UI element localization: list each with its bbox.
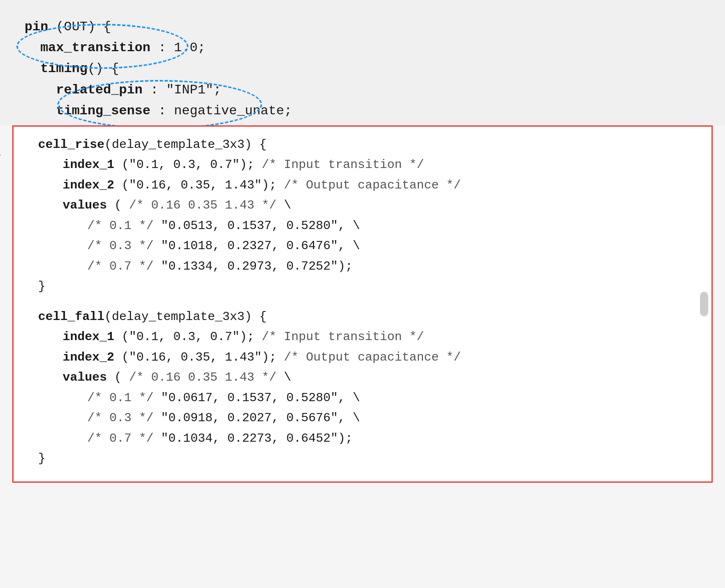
- cell-fall-values-header-text: ( /* 0.16 0.35 1.43 */ \: [107, 370, 291, 384]
- keyword-max-transition: max_transition: [40, 40, 150, 55]
- cell-rise-header-text: (delay_template_3x3) {: [104, 138, 267, 152]
- cell-fall-index1-line: index_1 ("0.1, 0.3, 0.7"); /* Input tran…: [63, 327, 699, 347]
- keyword-cell-fall: cell_fall: [38, 310, 104, 324]
- cell-fall-index1-text: ("0.1, 0.3, 0.7"); /* Input transition *…: [114, 330, 424, 344]
- cell-fall-row3-comment: /* 0.7 */: [87, 431, 154, 445]
- keyword-cell-rise: cell_rise: [38, 138, 104, 152]
- cell-rise-row3: /* 0.7 */ "0.1334, 0.2973, 0.7252");: [87, 257, 699, 277]
- cell-fall-row1-text: "0.0617, 0.1537, 0.5280", \: [154, 391, 360, 405]
- cell-rise-values-header: values ( /* 0.16 0.35 1.43 */ \: [63, 195, 699, 216]
- keyword-pin: pin: [25, 19, 48, 34]
- cell-rise-row1: /* 0.1 */ "0.0513, 0.1537, 0.5280", \: [87, 216, 699, 236]
- keyword-index1-fall: index_1: [63, 330, 114, 344]
- cell-fall-row2: /* 0.3 */ "0.0918, 0.2027, 0.5676", \: [87, 408, 699, 429]
- cell-fall-close: }: [38, 449, 699, 469]
- cell-fall-row2-text: "0.0918, 0.2027, 0.5676", \: [154, 411, 360, 425]
- keyword-values-fall: values: [63, 370, 107, 384]
- keyword-timing-sense: timing_sense: [56, 103, 150, 118]
- cell-fall-row1: /* 0.1 */ "0.0617, 0.1537, 0.5280", \: [87, 388, 699, 409]
- cell-rise-index2-line: index_2 ("0.16, 0.35, 1.43"); /* Output …: [63, 175, 699, 196]
- top-code-block: pin (OUT) { max_transition : 1.0; timing…: [25, 16, 700, 125]
- side-label: re: [0, 147, 1, 164]
- inner-code-block: cell_rise(delay_template_3x3) { index_1 …: [38, 135, 699, 469]
- keyword-values-rise: values: [63, 198, 107, 212]
- cell-rise-close: }: [38, 277, 699, 297]
- keyword-index2-fall: index_2: [63, 350, 114, 364]
- cell-rise-row1-text: "0.0513, 0.1537, 0.5280", \: [154, 219, 360, 233]
- cell-fall-header-text: (delay_template_3x3) {: [104, 310, 267, 324]
- cell-rise-header: cell_rise(delay_template_3x3) {: [38, 135, 699, 155]
- top-code-line4: related_pin : "INP1";: [25, 79, 700, 100]
- cell-rise-row3-text: "0.1334, 0.2973, 0.7252");: [154, 259, 353, 273]
- cell-fall-row1-comment: /* 0.1 */: [87, 391, 154, 405]
- keyword-related-pin: related_pin: [56, 82, 143, 98]
- cell-rise-row1-comment: /* 0.1 */: [87, 219, 154, 233]
- top-section: pin (OUT) { max_transition : 1.0; timing…: [0, 0, 725, 125]
- keyword-index2-rise: index_2: [63, 178, 114, 192]
- top-code-line5: timing_sense : negative_unate;: [25, 100, 700, 121]
- top-code-line2: max_transition : 1.0;: [25, 37, 700, 58]
- cell-fall-row3-text: "0.1034, 0.2273, 0.6452");: [154, 431, 353, 445]
- cell-rise-values-header-text: ( /* 0.16 0.35 1.43 */ \: [107, 198, 291, 212]
- cell-rise-row2-comment: /* 0.3 */: [87, 239, 154, 253]
- cell-rise-row2: /* 0.3 */ "0.1018, 0.2327, 0.6476", \: [87, 236, 699, 257]
- top-code-line3: timing() {: [25, 58, 700, 79]
- cell-rise-row2-text: "0.1018, 0.2327, 0.6476", \: [154, 239, 360, 253]
- cell-fall-values-header: values ( /* 0.16 0.35 1.43 */ \: [63, 368, 699, 388]
- scrollbar[interactable]: [700, 292, 708, 316]
- cell-rise-index1-line: index_1 ("0.1, 0.3, 0.7"); /* Input tran…: [63, 155, 699, 175]
- keyword-timing: timing: [40, 61, 87, 76]
- cell-fall-header: cell_fall(delay_template_3x3) {: [38, 307, 699, 327]
- cell-rise-index2-text: ("0.16, 0.35, 1.43"); /* Output capacita…: [114, 178, 461, 192]
- red-box-section: re cell_rise(delay_template_3x3) { index…: [12, 125, 713, 483]
- cell-fall-index2-text: ("0.16, 0.35, 1.43"); /* Output capacita…: [114, 350, 461, 364]
- main-container: pin (OUT) { max_transition : 1.0; timing…: [0, 0, 725, 588]
- cell-rise-index1-text: ("0.1, 0.3, 0.7"); /* Input transition *…: [114, 158, 424, 172]
- top-code-line1: pin (OUT) {: [25, 16, 700, 37]
- cell-fall-index2-line: index_2 ("0.16, 0.35, 1.43"); /* Output …: [63, 347, 699, 368]
- spacer-1: [38, 297, 699, 307]
- cell-fall-row3: /* 0.7 */ "0.1034, 0.2273, 0.6452");: [87, 429, 699, 449]
- keyword-index1-rise: index_1: [63, 158, 114, 172]
- cell-fall-row2-comment: /* 0.3 */: [87, 411, 154, 425]
- cell-rise-row3-comment: /* 0.7 */: [87, 259, 154, 273]
